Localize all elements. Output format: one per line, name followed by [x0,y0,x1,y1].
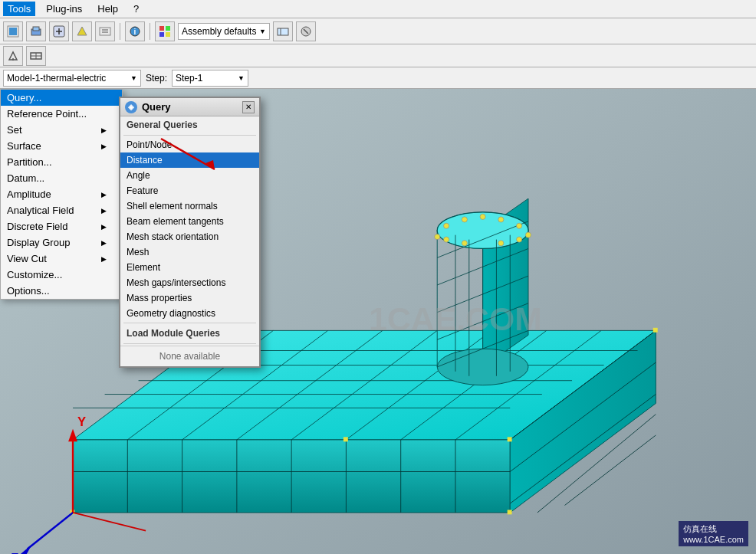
query-item-beam-tangents[interactable]: Beam element tangents [120,214,259,229]
svg-point-78 [462,241,467,246]
menu-item-customize[interactable]: Customize... [1,267,122,283]
menu-item-view-cut[interactable]: View Cut ▶ [1,251,122,267]
svg-rect-15 [159,32,164,37]
svg-text:Y: Y [77,415,86,429]
query-item-mesh-gaps[interactable]: Mesh gaps/intersections [120,275,259,290]
menu-plugins[interactable]: Plug-ins [41,2,87,16]
toolbar-btn-6[interactable]: i [125,21,145,41]
svg-point-74 [517,223,522,228]
svg-point-80 [517,237,522,242]
toolbar-secondary [0,44,756,67]
dialog-divider-2 [123,323,256,323]
toolbar2-btn-2[interactable] [26,46,46,66]
menu-item-display-group[interactable]: Display Group ▶ [1,234,122,251]
svg-rect-82 [343,437,348,441]
toolbar-sep-2 [150,23,150,40]
svg-text:i: i [134,28,136,36]
toolbar-btn-8[interactable] [296,21,316,41]
menu-item-reference-point[interactable]: Reference Point... [1,106,122,122]
menu-item-discrete-field[interactable]: Discrete Field ▶ [1,218,122,234]
svg-rect-3 [33,27,39,31]
query-item-shell-normals[interactable]: Shell element normals [120,198,259,214]
view-cut-submenu-arrow: ▶ [101,255,107,263]
query-item-geometry-diag[interactable]: Geometry diagnostics [120,306,259,321]
svg-point-70 [444,223,449,228]
svg-text:1CAE.COM: 1CAE.COM [369,300,542,337]
surface-submenu-arrow: ▶ [101,143,107,150]
main-area: Y Z 1CAE.COM 仿真在线 www.1CAE.com Query... … [0,89,756,554]
svg-rect-83 [508,437,512,441]
menu-item-options[interactable]: Options... [1,283,122,299]
viewport[interactable]: Y Z 1CAE.COM 仿真在线 www.1CAE.com Query... … [0,89,756,554]
step-select[interactable]: Step-1 ▼ [172,70,248,87]
assembly-dropdown-arrow: ▼ [259,28,266,35]
svg-text:Z: Z [11,551,18,554]
model-step-bar: Model-1-thermal-electric ▼ Step: Step-1 … [0,67,756,89]
toolbar-btn-4[interactable] [72,21,92,41]
menu-help[interactable]: Help [93,2,123,16]
query-item-element[interactable]: Element [120,260,259,275]
query-item-mesh-stack[interactable]: Mesh stack orientation [120,229,259,244]
svg-point-77 [444,237,449,242]
toolbar-sep-1 [120,23,120,40]
svg-rect-8 [100,28,110,35]
discrete-field-submenu-arrow: ▶ [101,223,107,231]
tools-dropdown: Query... Reference Point... Set ▶ Surfac… [0,89,123,300]
amplitude-submenu-arrow: ▶ [101,191,107,198]
step-dropdown-arrow: ▼ [238,74,245,82]
watermark-badge: 仿真在线 www.1CAE.com [679,521,748,546]
svg-rect-14 [166,26,170,31]
menu-question[interactable]: ? [129,2,143,16]
toolbar-main: i Assembly defaults ▼ [0,18,756,44]
svg-rect-17 [278,28,288,35]
dialog-icon: ◈ [125,101,137,113]
svg-point-59 [437,349,528,385]
menu-item-analytical-field[interactable]: Analytical Field ▶ [1,202,122,218]
step-label: Step: [146,73,167,84]
menu-item-datum[interactable]: Datum... [1,170,122,186]
menu-item-query[interactable]: Query... [1,90,122,106]
svg-rect-16 [166,32,170,37]
toolbar-btn-2[interactable] [26,21,46,41]
menu-item-set[interactable]: Set ▶ [1,122,122,138]
svg-point-72 [480,214,485,219]
dialog-title-bar: ◈ Query ✕ [120,98,259,116]
menu-item-surface[interactable]: Surface ▶ [1,138,122,154]
display-group-submenu-arrow: ▶ [101,239,107,247]
menu-item-amplitude[interactable]: Amplitude ▶ [1,186,122,202]
load-module-header: Load Module Queries [120,325,259,342]
toolbar-btn-7[interactable] [273,21,293,41]
toolbar-btn-1[interactable] [3,21,23,41]
toolbar-btn-3[interactable] [49,21,69,41]
svg-line-96 [161,139,215,169]
dialog-title: Query [142,101,238,113]
dialog-footer: None available [120,346,259,366]
query-item-mesh[interactable]: Mesh [120,244,259,260]
svg-point-79 [498,241,504,246]
dialog-divider-3 [123,343,256,344]
set-submenu-arrow: ▶ [101,126,107,134]
svg-rect-87 [508,510,512,514]
dialog-close-button[interactable]: ✕ [242,101,255,113]
svg-rect-1 [9,28,17,35]
svg-rect-13 [159,26,164,31]
analytical-field-submenu-arrow: ▶ [101,207,107,215]
svg-point-73 [498,217,504,222]
svg-rect-85 [653,328,658,333]
svg-point-75 [525,232,531,238]
menu-item-partition[interactable]: Partition... [1,154,122,170]
query-item-feature[interactable]: Feature [120,183,259,198]
annotation-arrow [153,131,230,179]
toolbar2-btn-1[interactable] [3,46,23,66]
assembly-dropdown[interactable]: Assembly defaults ▼ [178,23,270,40]
toolbar-btn-5[interactable] [95,21,115,41]
model-select[interactable]: Model-1-thermal-electric ▼ [3,70,141,87]
query-item-mass-props[interactable]: Mass properties [120,290,259,306]
menu-tools[interactable]: Tools [3,2,35,16]
model-dropdown-arrow: ▼ [130,74,137,82]
svg-marker-7 [77,27,87,35]
menu-bar: Tools Plug-ins Help ? [0,0,756,18]
svg-point-76 [435,234,440,239]
svg-point-71 [462,217,467,222]
toolbar-color-btn[interactable] [155,21,175,41]
